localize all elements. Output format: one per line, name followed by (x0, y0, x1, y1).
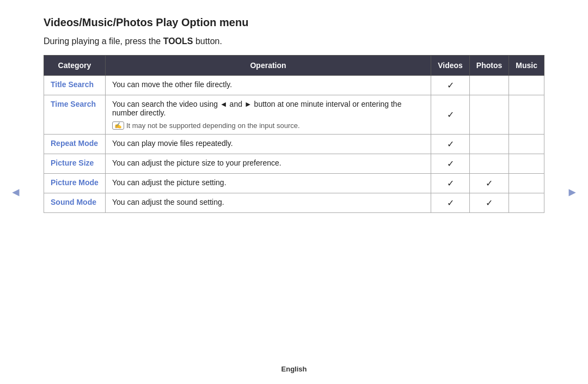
music-check-title-search (509, 76, 544, 95)
category-repeat-mode: Repeat Mode (44, 135, 106, 154)
header-category: Category (44, 56, 106, 76)
photos-check-title-search (469, 76, 509, 95)
videos-check-picture-size: ✓ (431, 154, 470, 174)
options-table: Category Operation Videos Photos Music T… (44, 55, 544, 213)
category-time-search: Time Search (44, 95, 106, 135)
operation-sound-mode: You can adjust the sound setting. (105, 193, 431, 213)
header-videos: Videos (431, 56, 470, 76)
videos-check-picture-mode: ✓ (431, 174, 470, 193)
music-check-time-search (509, 95, 544, 135)
music-check-picture-size (509, 154, 544, 174)
operation-picture-mode: You can adjust the picture setting. (105, 174, 431, 193)
music-check-repeat-mode (509, 135, 544, 154)
operation-title-search: You can move the other file directly. (105, 76, 431, 95)
note-icon: ✍ (112, 121, 124, 130)
photos-check-repeat-mode (469, 135, 509, 154)
videos-check-time-search: ✓ (431, 95, 470, 135)
table-row: Time SearchYou can search the video usin… (44, 95, 544, 135)
category-picture-size: Picture Size (44, 154, 106, 174)
table-row: Repeat ModeYou can play movie files repe… (44, 135, 544, 154)
header-music: Music (509, 56, 544, 76)
table-row: Sound ModeYou can adjust the sound setti… (44, 193, 544, 213)
photos-check-picture-size (469, 154, 509, 174)
photos-check-picture-mode: ✓ (469, 174, 509, 193)
table-row: Title SearchYou can move the other file … (44, 76, 544, 95)
nav-left-arrow[interactable]: ◄ (10, 185, 22, 199)
category-sound-mode: Sound Mode (44, 193, 106, 213)
photos-check-sound-mode: ✓ (469, 193, 509, 213)
photos-check-time-search (469, 95, 509, 135)
videos-check-repeat-mode: ✓ (431, 135, 470, 154)
music-check-sound-mode (509, 193, 544, 213)
subtitle-bold: TOOLS (163, 36, 193, 46)
subtitle: During playing a file, press the TOOLS b… (44, 36, 544, 46)
operation-repeat-mode: You can play movie files repeatedly. (105, 135, 431, 154)
subtitle-suffix: button. (193, 36, 222, 46)
table-row: Picture SizeYou can adjust the picture s… (44, 154, 544, 174)
note-text: It may not be supported depending on the… (126, 121, 300, 130)
page-title: Videos/Music/Photos Play Option menu (44, 16, 544, 29)
header-photos: Photos (469, 56, 509, 76)
category-picture-mode: Picture Mode (44, 174, 106, 193)
music-check-picture-mode (509, 174, 544, 193)
videos-check-title-search: ✓ (431, 76, 470, 95)
operation-picture-size: You can adjust the picture size to your … (105, 154, 431, 174)
nav-right-arrow[interactable]: ► (566, 185, 578, 199)
header-operation: Operation (105, 56, 431, 76)
operation-time-search: You can search the video using ◄ and ► b… (105, 95, 431, 135)
videos-check-sound-mode: ✓ (431, 193, 470, 213)
table-row: Picture ModeYou can adjust the picture s… (44, 174, 544, 193)
subtitle-prefix: During playing a file, press the (44, 36, 163, 46)
footer-language: English (0, 365, 588, 373)
table-header-row: Category Operation Videos Photos Music (44, 56, 544, 76)
category-title-search: Title Search (44, 76, 106, 95)
